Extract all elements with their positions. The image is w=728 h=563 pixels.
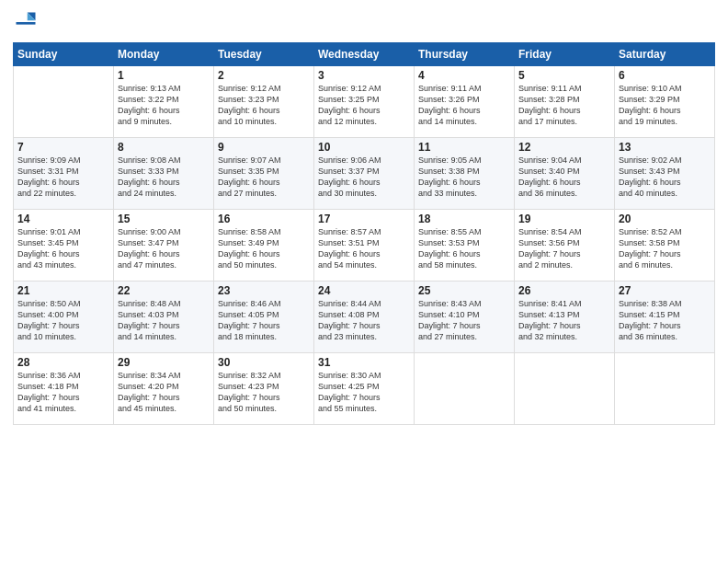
calendar-week-4: 21Sunrise: 8:50 AM Sunset: 4:00 PM Dayli… bbox=[14, 282, 715, 353]
day-number: 3 bbox=[318, 69, 410, 82]
calendar-cell: 11Sunrise: 9:05 AM Sunset: 3:38 PM Dayli… bbox=[415, 138, 515, 210]
day-number: 10 bbox=[318, 141, 410, 154]
calendar-cell: 22Sunrise: 8:48 AM Sunset: 4:03 PM Dayli… bbox=[114, 282, 214, 353]
day-number: 13 bbox=[619, 141, 711, 154]
day-info: Sunrise: 8:58 AM Sunset: 3:49 PM Dayligh… bbox=[218, 226, 310, 271]
day-header-friday: Friday bbox=[515, 43, 615, 66]
day-header-saturday: Saturday bbox=[615, 43, 715, 66]
day-info: Sunrise: 8:54 AM Sunset: 3:56 PM Dayligh… bbox=[518, 226, 610, 271]
day-info: Sunrise: 9:05 AM Sunset: 3:38 PM Dayligh… bbox=[418, 155, 510, 200]
calendar-cell: 10Sunrise: 9:06 AM Sunset: 3:37 PM Dayli… bbox=[314, 138, 415, 210]
header bbox=[13, 9, 715, 35]
calendar-cell: 31Sunrise: 8:30 AM Sunset: 4:25 PM Dayli… bbox=[314, 353, 415, 425]
logo bbox=[13, 9, 42, 35]
calendar-cell: 5Sunrise: 9:11 AM Sunset: 3:28 PM Daylig… bbox=[515, 66, 615, 138]
day-info: Sunrise: 8:36 AM Sunset: 4:18 PM Dayligh… bbox=[17, 370, 109, 415]
calendar-cell: 29Sunrise: 8:34 AM Sunset: 4:20 PM Dayli… bbox=[114, 353, 214, 425]
day-info: Sunrise: 9:04 AM Sunset: 3:40 PM Dayligh… bbox=[518, 155, 610, 200]
calendar-cell: 2Sunrise: 9:12 AM Sunset: 3:23 PM Daylig… bbox=[214, 66, 314, 138]
day-info: Sunrise: 9:11 AM Sunset: 3:26 PM Dayligh… bbox=[418, 83, 510, 128]
calendar-body: 1Sunrise: 9:13 AM Sunset: 3:22 PM Daylig… bbox=[14, 66, 715, 425]
calendar-cell bbox=[415, 353, 515, 425]
svg-rect-2 bbox=[17, 22, 36, 25]
day-info: Sunrise: 8:30 AM Sunset: 4:25 PM Dayligh… bbox=[318, 370, 410, 415]
day-number: 27 bbox=[619, 284, 711, 297]
day-number: 8 bbox=[118, 141, 210, 154]
day-info: Sunrise: 8:44 AM Sunset: 4:08 PM Dayligh… bbox=[318, 298, 410, 343]
calendar-cell: 18Sunrise: 8:55 AM Sunset: 3:53 PM Dayli… bbox=[415, 210, 515, 282]
day-number: 4 bbox=[418, 69, 510, 82]
day-info: Sunrise: 8:41 AM Sunset: 4:13 PM Dayligh… bbox=[518, 298, 610, 343]
day-info: Sunrise: 8:43 AM Sunset: 4:10 PM Dayligh… bbox=[418, 298, 510, 343]
calendar-cell: 1Sunrise: 9:13 AM Sunset: 3:22 PM Daylig… bbox=[114, 66, 214, 138]
day-info: Sunrise: 9:10 AM Sunset: 3:29 PM Dayligh… bbox=[619, 83, 711, 128]
calendar-cell: 15Sunrise: 9:00 AM Sunset: 3:47 PM Dayli… bbox=[114, 210, 214, 282]
day-info: Sunrise: 9:11 AM Sunset: 3:28 PM Dayligh… bbox=[518, 83, 610, 128]
calendar-cell: 6Sunrise: 9:10 AM Sunset: 3:29 PM Daylig… bbox=[615, 66, 715, 138]
day-info: Sunrise: 9:00 AM Sunset: 3:47 PM Dayligh… bbox=[118, 226, 210, 271]
calendar-cell bbox=[615, 353, 715, 425]
day-number: 5 bbox=[518, 69, 610, 82]
day-info: Sunrise: 9:01 AM Sunset: 3:45 PM Dayligh… bbox=[17, 226, 109, 271]
calendar-cell: 26Sunrise: 8:41 AM Sunset: 4:13 PM Dayli… bbox=[515, 282, 615, 353]
calendar-cell: 4Sunrise: 9:11 AM Sunset: 3:26 PM Daylig… bbox=[415, 66, 515, 138]
day-number: 15 bbox=[118, 213, 210, 225]
day-number: 6 bbox=[619, 69, 711, 82]
calendar-cell: 25Sunrise: 8:43 AM Sunset: 4:10 PM Dayli… bbox=[415, 282, 515, 353]
day-info: Sunrise: 8:57 AM Sunset: 3:51 PM Dayligh… bbox=[318, 226, 410, 271]
calendar-cell: 13Sunrise: 9:02 AM Sunset: 3:43 PM Dayli… bbox=[615, 138, 715, 210]
calendar-cell bbox=[515, 353, 615, 425]
day-number: 19 bbox=[518, 213, 610, 225]
calendar-cell: 30Sunrise: 8:32 AM Sunset: 4:23 PM Dayli… bbox=[214, 353, 314, 425]
day-number: 29 bbox=[118, 356, 210, 369]
day-info: Sunrise: 9:06 AM Sunset: 3:37 PM Dayligh… bbox=[318, 155, 410, 200]
page: SundayMondayTuesdayWednesdayThursdayFrid… bbox=[0, 0, 728, 563]
calendar-cell: 3Sunrise: 9:12 AM Sunset: 3:25 PM Daylig… bbox=[314, 66, 415, 138]
header-row: SundayMondayTuesdayWednesdayThursdayFrid… bbox=[14, 43, 715, 66]
day-info: Sunrise: 8:50 AM Sunset: 4:00 PM Dayligh… bbox=[17, 298, 109, 343]
calendar-cell: 9Sunrise: 9:07 AM Sunset: 3:35 PM Daylig… bbox=[214, 138, 314, 210]
day-number: 23 bbox=[218, 284, 310, 297]
day-info: Sunrise: 9:13 AM Sunset: 3:22 PM Dayligh… bbox=[118, 83, 210, 128]
day-info: Sunrise: 8:52 AM Sunset: 3:58 PM Dayligh… bbox=[619, 226, 711, 271]
calendar-week-5: 28Sunrise: 8:36 AM Sunset: 4:18 PM Dayli… bbox=[14, 353, 715, 425]
day-header-thursday: Thursday bbox=[415, 43, 515, 66]
day-info: Sunrise: 8:48 AM Sunset: 4:03 PM Dayligh… bbox=[118, 298, 210, 343]
calendar-table: SundayMondayTuesdayWednesdayThursdayFrid… bbox=[13, 42, 715, 425]
day-number: 7 bbox=[17, 141, 109, 154]
day-header-tuesday: Tuesday bbox=[214, 43, 314, 66]
day-number: 9 bbox=[218, 141, 310, 154]
logo-icon bbox=[13, 9, 39, 35]
day-info: Sunrise: 8:34 AM Sunset: 4:20 PM Dayligh… bbox=[118, 370, 210, 415]
day-number: 18 bbox=[418, 213, 510, 225]
day-info: Sunrise: 9:09 AM Sunset: 3:31 PM Dayligh… bbox=[17, 155, 109, 200]
calendar-cell: 19Sunrise: 8:54 AM Sunset: 3:56 PM Dayli… bbox=[515, 210, 615, 282]
calendar-cell: 14Sunrise: 9:01 AM Sunset: 3:45 PM Dayli… bbox=[14, 210, 114, 282]
calendar-week-1: 1Sunrise: 9:13 AM Sunset: 3:22 PM Daylig… bbox=[14, 66, 715, 138]
day-number: 1 bbox=[118, 69, 210, 82]
day-info: Sunrise: 8:55 AM Sunset: 3:53 PM Dayligh… bbox=[418, 226, 510, 271]
calendar-cell: 17Sunrise: 8:57 AM Sunset: 3:51 PM Dayli… bbox=[314, 210, 415, 282]
calendar-cell: 27Sunrise: 8:38 AM Sunset: 4:15 PM Dayli… bbox=[615, 282, 715, 353]
day-number: 25 bbox=[418, 284, 510, 297]
day-number: 24 bbox=[318, 284, 410, 297]
calendar-cell: 7Sunrise: 9:09 AM Sunset: 3:31 PM Daylig… bbox=[14, 138, 114, 210]
day-number: 11 bbox=[418, 141, 510, 154]
day-info: Sunrise: 9:12 AM Sunset: 3:25 PM Dayligh… bbox=[318, 83, 410, 128]
calendar-header: SundayMondayTuesdayWednesdayThursdayFrid… bbox=[14, 43, 715, 66]
day-header-sunday: Sunday bbox=[14, 43, 114, 66]
day-info: Sunrise: 9:08 AM Sunset: 3:33 PM Dayligh… bbox=[118, 155, 210, 200]
day-info: Sunrise: 8:32 AM Sunset: 4:23 PM Dayligh… bbox=[218, 370, 310, 415]
day-number: 17 bbox=[318, 213, 410, 225]
day-number: 30 bbox=[218, 356, 310, 369]
day-header-wednesday: Wednesday bbox=[314, 43, 415, 66]
calendar-cell: 23Sunrise: 8:46 AM Sunset: 4:05 PM Dayli… bbox=[214, 282, 314, 353]
day-number: 12 bbox=[518, 141, 610, 154]
calendar-cell bbox=[14, 66, 114, 138]
day-number: 26 bbox=[518, 284, 610, 297]
day-info: Sunrise: 8:46 AM Sunset: 4:05 PM Dayligh… bbox=[218, 298, 310, 343]
day-number: 20 bbox=[619, 213, 711, 225]
calendar-week-3: 14Sunrise: 9:01 AM Sunset: 3:45 PM Dayli… bbox=[14, 210, 715, 282]
day-info: Sunrise: 9:12 AM Sunset: 3:23 PM Dayligh… bbox=[218, 83, 310, 128]
day-number: 21 bbox=[17, 284, 109, 297]
